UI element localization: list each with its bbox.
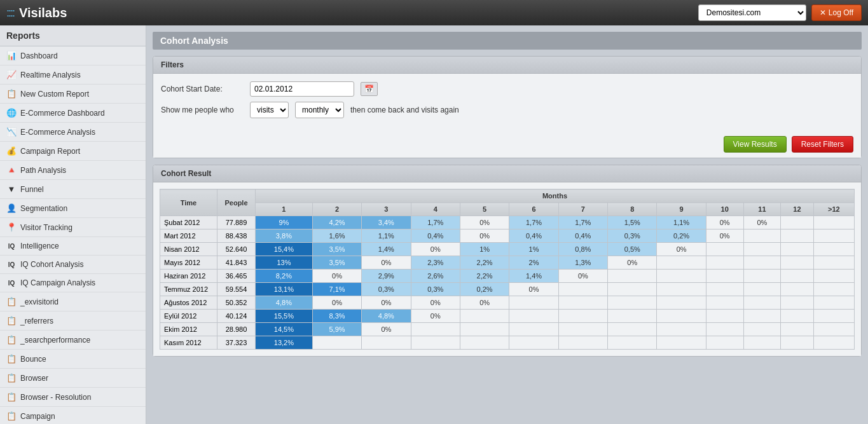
pct-cell: 4,8% [362, 310, 411, 323]
filters-header: Filters [153, 57, 861, 74]
pct-cell: 4,8% [256, 296, 313, 310]
pct-cell: 0,4% [558, 229, 607, 243]
col-people: People [217, 189, 256, 216]
sidebar-item-ecommerce-dashboard[interactable]: 🌐 E-Commerce Dashboard [0, 104, 146, 123]
exvisitorid-icon: 📋 [6, 297, 17, 306]
cohort-result-section: Cohort Result Time People Months 1 2 3 [153, 165, 862, 357]
sidebar-label-bounce: Bounce [20, 355, 46, 364]
pct-cell [781, 310, 813, 323]
table-row: Şubat 201277.8899%4,2%3,4%1,7%0%1,7%1,7%… [160, 216, 855, 229]
pct-cell: 1% [460, 243, 509, 256]
sidebar-item-searchperformance[interactable]: 📋 _searchperformance [0, 331, 146, 350]
pct-cell [743, 296, 781, 310]
pct-cell [706, 310, 743, 323]
sidebar-item-campaign-analysis[interactable]: IQ IQ Campaign Analysis [0, 274, 146, 292]
pct-cell [312, 336, 361, 350]
sidebar-label-browser-resolution: Browser - Resolution [20, 393, 91, 402]
pct-cell [706, 243, 743, 256]
visits-select[interactable]: visits [250, 102, 289, 118]
sidebar-item-cohort-analysis[interactable]: IQ IQ Cohort Analysis [0, 256, 146, 274]
referrers-icon: 📋 [6, 316, 17, 325]
view-results-button[interactable]: View Results [724, 136, 787, 153]
pct-cell [706, 323, 743, 336]
frequency-select[interactable]: monthly weekly daily [295, 102, 344, 118]
pct-cell [509, 296, 558, 310]
pct-cell: 0,3% [608, 229, 657, 243]
pct-cell [657, 296, 706, 310]
sidebar-label-dashboard: Dashboard [20, 51, 58, 60]
sidebar-item-path-analysis[interactable]: 🔺 Path Analysis [0, 161, 146, 180]
sidebar-item-realtime[interactable]: 📈 Realtime Analysis [0, 65, 146, 85]
pct-cell [781, 283, 813, 296]
pct-cell: 3,4% [362, 216, 411, 229]
sidebar-item-referrers[interactable]: 📋 _referrers [0, 311, 146, 331]
pct-cell: 0,2% [657, 229, 706, 243]
sidebar-label-referrers: _referrers [20, 317, 53, 325]
sidebar-item-campaign[interactable]: 📋 Campaign [0, 407, 146, 424]
sidebar-label-searchperformance: _searchperformance [20, 336, 90, 345]
pct-cell [781, 336, 813, 350]
path-icon: 🔺 [6, 165, 17, 175]
pct-cell: 9% [256, 216, 313, 229]
site-selector[interactable]: Demositesi.com [698, 4, 806, 21]
sidebar-item-exvisitorid[interactable]: 📋 _exvisitorid [0, 292, 146, 311]
pct-cell: 1% [509, 243, 558, 256]
sidebar-label-cohort-analysis: IQ Cohort Analysis [20, 260, 83, 269]
pct-cell: 13,2% [256, 336, 313, 350]
pct-cell [706, 283, 743, 296]
cohort-result-header: Cohort Result [153, 165, 861, 182]
campaign-icon: 📋 [6, 411, 17, 421]
pct-cell: 1,7% [558, 216, 607, 229]
pct-cell: 2,2% [460, 270, 509, 283]
sidebar-item-browser[interactable]: 📋 Browser [0, 369, 146, 388]
col-7: 7 [558, 203, 607, 216]
sidebar-item-bounce[interactable]: 📋 Bounce [0, 350, 146, 369]
people-cell: 59.554 [217, 283, 256, 296]
sidebar-item-custom-report[interactable]: 📋 New Custom Report [0, 85, 146, 104]
pct-cell [743, 336, 781, 350]
time-cell: Mart 2012 [160, 229, 217, 243]
pct-cell [657, 270, 706, 283]
pct-cell: 0,2% [460, 283, 509, 296]
bounce-icon: 📋 [6, 354, 17, 364]
start-date-input[interactable] [250, 81, 354, 97]
sidebar-item-visitor-tracking[interactable]: 📍 Visitor Tracking [0, 218, 146, 237]
time-cell: Şubat 2012 [160, 216, 217, 229]
pct-cell: 0% [460, 229, 509, 243]
logout-button[interactable]: ✕ Log Off [811, 4, 862, 21]
col-9: 9 [657, 203, 706, 216]
pct-cell [460, 310, 509, 323]
pct-cell: 3,5% [312, 243, 361, 256]
pct-cell: 0% [411, 243, 460, 256]
sidebar-item-dashboard[interactable]: 📊 Dashboard [0, 46, 146, 65]
people-cell: 88.438 [217, 229, 256, 243]
calendar-button[interactable]: 📅 [361, 82, 378, 96]
reset-filters-button[interactable]: Reset Filters [792, 136, 853, 153]
pct-cell [706, 296, 743, 310]
time-cell: Eylül 2012 [160, 310, 217, 323]
sidebar-item-ecommerce-analysis[interactable]: 📉 E-Commerce Analysis [0, 123, 146, 142]
show-people-label: Show me people who [161, 106, 244, 114]
pct-cell [558, 296, 607, 310]
col-5: 5 [460, 203, 509, 216]
pct-cell: 0% [608, 256, 657, 270]
pct-cell [608, 283, 657, 296]
col-11: 11 [743, 203, 781, 216]
sidebar-item-browser-resolution[interactable]: 📋 Browser - Resolution [0, 388, 146, 407]
pct-cell: 0% [509, 283, 558, 296]
pct-cell [813, 216, 854, 229]
pct-cell: 2,6% [411, 270, 460, 283]
sidebar-item-campaign-report[interactable]: 💰 Campaign Report [0, 142, 146, 161]
browser-icon: 📋 [6, 373, 17, 383]
pct-cell [608, 296, 657, 310]
pct-cell: 0% [657, 243, 706, 256]
sidebar-item-funnel[interactable]: ▼ Funnel [0, 180, 146, 199]
sidebar-item-segmentation[interactable]: 👤 Segmentation [0, 199, 146, 218]
pct-cell [743, 256, 781, 270]
topbar-right: Demositesi.com ✕ Log Off [698, 4, 862, 21]
pct-cell: 0% [411, 310, 460, 323]
sidebar-item-intelligence[interactable]: IQ Intelligence [0, 237, 146, 256]
col-gt12: >12 [813, 203, 854, 216]
pct-cell [657, 283, 706, 296]
pct-cell [608, 270, 657, 283]
